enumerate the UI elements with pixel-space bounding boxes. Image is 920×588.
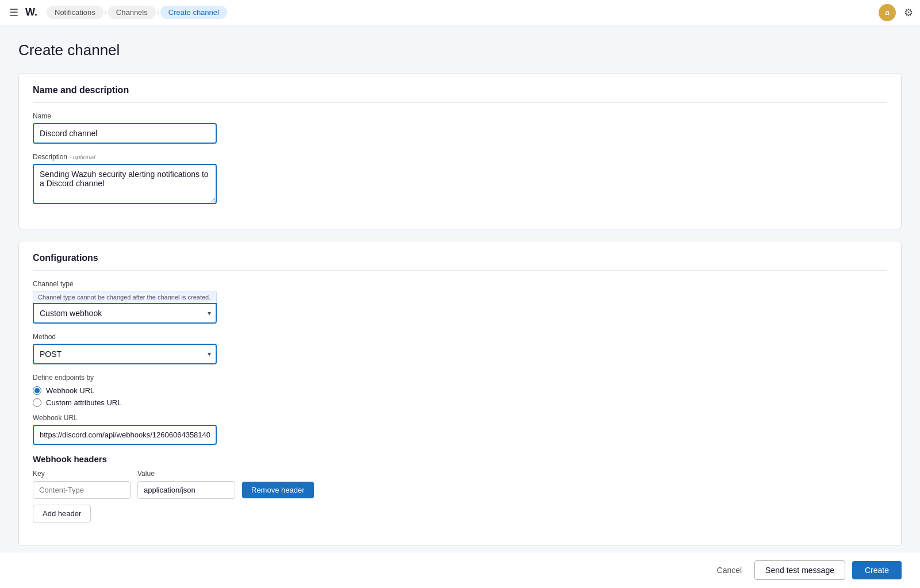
endpoints-radio-group: Define endpoints by Webhook URL Custom a… <box>33 374 887 407</box>
create-button[interactable]: Create <box>852 561 902 579</box>
add-header-button[interactable]: Add header <box>33 505 91 522</box>
breadcrumb-create-channel[interactable]: Create channel <box>160 6 227 19</box>
description-label: Description - optional <box>33 153 887 161</box>
page-title: Create channel <box>18 41 902 59</box>
menu-icon[interactable]: ☰ <box>7 4 21 21</box>
send-test-message-button[interactable]: Send test message <box>754 560 845 580</box>
endpoints-group-label: Define endpoints by <box>33 374 887 382</box>
name-label: Name <box>33 112 887 120</box>
configurations-title: Configurations <box>33 253 887 271</box>
channel-type-select[interactable]: Custom webhook Slack Email <box>33 303 217 324</box>
method-label: Method <box>33 333 887 341</box>
breadcrumb-channels[interactable]: Channels <box>108 6 156 19</box>
webhook-url-radio[interactable] <box>33 386 41 395</box>
method-select[interactable]: POST GET PUT <box>33 344 217 364</box>
name-input[interactable] <box>33 123 217 144</box>
webhook-url-input[interactable] <box>33 425 217 445</box>
channel-type-wrapper: Channel type cannot be changed after the… <box>33 291 217 324</box>
name-section-title: Name and description <box>33 85 887 103</box>
headers-value-col-label: Value <box>137 470 235 478</box>
custom-url-radio-option[interactable]: Custom attributes URL <box>33 398 887 407</box>
webhook-url-radio-option[interactable]: Webhook URL <box>33 386 887 395</box>
user-avatar[interactable]: a <box>879 4 896 21</box>
header-value-input[interactable] <box>137 481 235 499</box>
channel-type-note: Channel type cannot be changed after the… <box>33 291 217 303</box>
breadcrumb-sep-1: › <box>105 9 107 17</box>
configurations-section: Configurations Channel type Channel type… <box>18 241 902 546</box>
method-select-wrapper: POST GET PUT ▾ <box>33 344 217 364</box>
main-content: Create channel Name and description Name… <box>0 25 920 588</box>
webhook-url-field-group: Webhook URL <box>33 414 887 445</box>
header-key-input[interactable] <box>33 481 131 499</box>
breadcrumb: Notifications › Channels › Create channe… <box>47 6 227 19</box>
header-row: Remove header <box>33 481 887 499</box>
channel-type-select-wrapper: Custom webhook Slack Email ▾ <box>33 303 217 324</box>
webhook-url-radio-label: Webhook URL <box>46 386 94 395</box>
headers-key-col-label: Key <box>33 470 131 478</box>
cancel-button[interactable]: Cancel <box>711 561 748 579</box>
topbar-right: a ⚙ <box>879 4 913 21</box>
channel-type-label: Channel type <box>33 280 887 288</box>
webhook-url-label: Webhook URL <box>33 414 887 422</box>
method-field-group: Method POST GET PUT ▾ <box>33 333 887 364</box>
bottom-action-bar: Cancel Send test message Create <box>0 552 920 588</box>
settings-icon[interactable]: ⚙ <box>904 6 913 19</box>
remove-header-button[interactable]: Remove header <box>242 482 314 498</box>
name-field-group: Name <box>33 112 887 144</box>
description-field-group: Description - optional Sending Wazuh sec… <box>33 153 887 206</box>
name-description-section: Name and description Name Description - … <box>18 73 902 229</box>
app-logo: W. <box>25 6 37 18</box>
headers-column-labels: Key Value <box>33 470 887 478</box>
breadcrumb-sep-2: › <box>157 9 159 17</box>
channel-type-field-group: Channel type Channel type cannot be chan… <box>33 280 887 324</box>
topbar: ☰ W. Notifications › Channels › Create c… <box>0 0 920 25</box>
webhook-headers-section: Webhook headers Key Value Remove header … <box>33 454 887 522</box>
custom-url-radio-label: Custom attributes URL <box>46 398 122 407</box>
breadcrumb-notifications[interactable]: Notifications <box>47 6 103 19</box>
description-textarea[interactable]: Sending Wazuh security alerting notifica… <box>33 164 217 204</box>
custom-url-radio[interactable] <box>33 398 41 407</box>
webhook-headers-title: Webhook headers <box>33 454 887 464</box>
